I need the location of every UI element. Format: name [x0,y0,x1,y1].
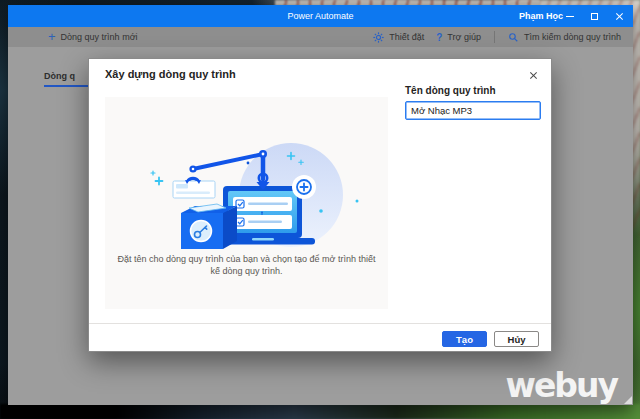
minimize-icon [566,16,574,17]
dialog-buttons: Tạo Hủy [442,331,539,347]
toolbar-divider [494,31,495,43]
plus-icon: + [48,32,56,42]
illustration-caption: Đặt tên cho dòng quy trình của bạn và ch… [113,253,380,277]
dialog-close-button[interactable] [525,67,541,83]
user-name[interactable]: Phạm Học [519,5,563,27]
close-button[interactable] [612,9,627,24]
cancel-button[interactable]: Hủy [494,331,539,347]
minimize-button[interactable] [562,9,577,24]
help-icon: ? [436,32,442,43]
close-icon [615,12,624,21]
search-icon [508,32,519,43]
maximize-icon [591,13,598,20]
toolbar: + Dòng quy trình mới Thiết đặt [8,27,633,47]
dialog-footer-divider [89,323,551,324]
window-controls [562,5,627,27]
search-label: Tìm kiếm dòng quy trình [524,32,621,42]
help-label: Trợ giúp [447,32,481,42]
help-button[interactable]: ? Trợ giúp [432,27,485,47]
flow-illustration [105,135,388,261]
gear-icon [373,32,384,43]
flow-name-input[interactable] [405,101,541,120]
maximize-button[interactable] [587,9,602,24]
illustration-panel: Đặt tên cho dòng quy trình của bạn và ch… [105,97,388,309]
new-flow-label: Dòng quy trình mới [61,32,138,42]
webuy-watermark: webuy [506,366,618,405]
settings-label: Thiết đặt [389,32,424,42]
titlebar: Power Automate Phạm Học [8,5,633,27]
dialog-title: Xây dựng dòng quy trình [105,68,236,80]
flow-name-label: Tên dòng quy trình [405,85,496,96]
close-icon [529,71,538,80]
toolbar-right: Thiết đặt ? Trợ giúp Tìm kiếm dòng quy t… [369,27,625,47]
resize-grip[interactable] [624,396,632,404]
desktop: Power Automate Phạm Học + Dòng quy trình… [0,0,640,419]
search-flows-button[interactable]: Tìm kiếm dòng quy trình [504,27,625,47]
settings-button[interactable]: Thiết đặt [369,27,428,47]
wallpaper-bottom [0,404,640,419]
create-button[interactable]: Tạo [442,331,487,347]
build-flow-dialog: Xây dựng dòng quy trình [88,58,552,352]
new-flow-button[interactable]: + Dòng quy trình mới [44,27,142,47]
